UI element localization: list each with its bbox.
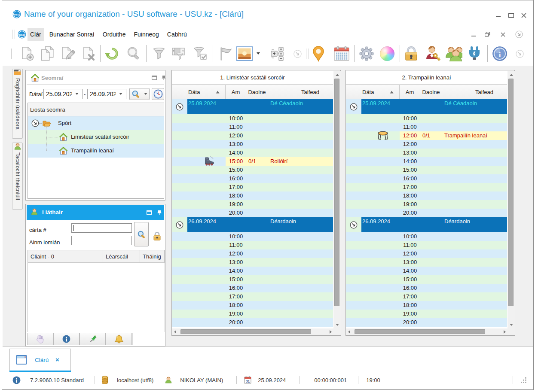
schedule-time-row[interactable]: 18:00: [172, 191, 333, 200]
horizontal-scrollbar[interactable]: [172, 328, 333, 335]
menu-item-cabhr-[interactable]: Cabhrú: [165, 28, 190, 41]
schedule-time-row[interactable]: 15:00: [172, 166, 333, 174]
refresh-button[interactable]: [102, 42, 122, 65]
menu-item-bunachar-sonra-[interactable]: Bunachar Sonraí: [47, 28, 97, 41]
window-minimize-button[interactable]: [494, 11, 503, 20]
schedule-time-row[interactable]: 11:00: [346, 241, 507, 249]
new-record-button[interactable]: [17, 42, 37, 65]
expander-icon[interactable]: [31, 119, 39, 127]
schedule-time-row[interactable]: 10:00: [172, 232, 333, 241]
search-button[interactable]: [123, 42, 143, 65]
client-info-button[interactable]: [53, 333, 79, 345]
flag-button[interactable]: [216, 42, 235, 65]
schedule-time-row[interactable]: 18:00: [172, 301, 333, 310]
column-header-taifead[interactable]: Taifead: [268, 85, 333, 99]
schedule-time-row[interactable]: 15:00: [346, 275, 507, 284]
schedule-time-row[interactable]: 19:00: [346, 310, 507, 318]
schedule-time-row[interactable]: 13:00: [172, 258, 333, 267]
schedule-time-row[interactable]: 16:00: [172, 174, 333, 183]
image-button[interactable]: [235, 42, 254, 65]
card-number-input[interactable]: [71, 223, 132, 233]
plugin-button[interactable]: [465, 42, 484, 65]
sidebar-tab-user-menu[interactable]: Roghchlár úsáideora: [12, 69, 23, 139]
toolbar-overflow-1-button[interactable]: [293, 42, 302, 65]
scroll-up-button[interactable]: [333, 72, 341, 78]
time-button[interactable]: [152, 88, 164, 100]
schedule-time-row[interactable]: 12:00: [172, 131, 333, 140]
schedule-time-row[interactable]: 20:00: [172, 318, 333, 327]
schedule-date-row[interactable]: 25.09.2024Dé Céadaoin: [172, 99, 333, 114]
column-header-data[interactable]: Dáta: [172, 85, 226, 99]
column-header-am[interactable]: Am: [400, 85, 420, 99]
horizontal-scrollbar[interactable]: [346, 328, 507, 335]
drag-hand-button[interactable]: [27, 333, 53, 345]
schedule-time-row[interactable]: 13:00: [346, 149, 507, 157]
delete-record-button[interactable]: [79, 42, 98, 65]
padlock-icon[interactable]: [153, 231, 162, 241]
filter-columns-button[interactable]: [168, 42, 188, 65]
schedule-time-row[interactable]: 10:00: [172, 114, 333, 123]
schedule-time-row[interactable]: 20:00: [346, 318, 507, 327]
full-name-input[interactable]: [71, 236, 132, 245]
tree-row-sp-rt[interactable]: Spórt: [28, 116, 164, 130]
menu-item-fuinneog[interactable]: Fuinneog: [131, 28, 161, 41]
about-button[interactable]: i: [490, 42, 510, 65]
clients-table-body[interactable]: [28, 263, 165, 332]
scroll-right-button[interactable]: [501, 328, 507, 335]
image-dropdown-button[interactable]: [255, 42, 261, 65]
bottom-tab-claru[interactable]: Clárú ×: [9, 349, 71, 372]
scroll-down-button[interactable]: [507, 322, 515, 328]
column-header-daoine[interactable]: Daoine: [246, 85, 268, 99]
column-header-data[interactable]: Dáta: [346, 85, 400, 99]
clients-column-header[interactable]: Léarscáil: [103, 250, 140, 262]
schedule-time-row[interactable]: 10:00: [346, 114, 507, 123]
collapse-day-icon[interactable]: [176, 221, 183, 229]
schedule-time-row[interactable]: 12:00: [172, 249, 333, 258]
scroll-left-button[interactable]: [346, 328, 352, 335]
vertical-scroll-thumb[interactable]: [334, 79, 339, 306]
rooms-pin-button[interactable]: [160, 74, 168, 81]
child-close-button[interactable]: [498, 30, 507, 39]
schedule-date-row[interactable]: 26.09.2024Déardaoin: [346, 217, 507, 232]
schedule-time-row[interactable]: 14:00: [172, 149, 333, 157]
schedule-time-row[interactable]: 16:00: [172, 284, 333, 292]
clients-column-header[interactable]: Tháinig: [140, 250, 165, 262]
resize-grip-icon[interactable]: [520, 377, 527, 383]
schedule-time-row[interactable]: 17:00: [172, 292, 333, 301]
present-pin-button[interactable]: [156, 209, 163, 216]
notify-button[interactable]: [106, 333, 132, 345]
vertical-scroll-thumb[interactable]: [508, 79, 514, 306]
collapse-day-icon[interactable]: [350, 103, 358, 111]
schedule-time-row[interactable]: 20:00: [172, 209, 333, 217]
user-group-button[interactable]: [444, 42, 464, 65]
schedule-time-row[interactable]: 18:00: [346, 301, 507, 310]
schedule-time-row[interactable]: 11:00: [346, 123, 507, 131]
date-from-combobox[interactable]: 25.09.2024: [43, 89, 83, 99]
client-search-button[interactable]: [134, 222, 149, 246]
rooms-list-header[interactable]: Liosta seomra: [28, 103, 164, 116]
schedule-time-row[interactable]: 10:00: [346, 232, 507, 241]
schedule-time-row[interactable]: 14:00: [346, 157, 507, 166]
horizontal-scroll-thumb[interactable]: [180, 329, 311, 334]
filter-check-button[interactable]: [190, 42, 210, 65]
scroll-right-button[interactable]: [327, 328, 333, 335]
date-to-combobox[interactable]: 26.09.2024: [87, 89, 126, 99]
present-maximize-button[interactable]: [145, 209, 153, 216]
collapse-day-icon[interactable]: [350, 221, 358, 229]
schedule-time-row[interactable]: 19:00: [346, 200, 507, 209]
menu-grip[interactable]: [12, 30, 15, 39]
schedule-time-row[interactable]: 19:00: [172, 200, 333, 209]
date-search-button[interactable]: [129, 88, 142, 100]
date-search-dropdown[interactable]: [142, 88, 150, 100]
location-button[interactable]: [309, 42, 328, 65]
toolbar-overflow-2-button[interactable]: [515, 42, 524, 65]
schedule-time-row[interactable]: 17:00: [346, 292, 507, 301]
calendar-button[interactable]: [332, 42, 352, 65]
copy-record-button[interactable]: [37, 42, 57, 65]
column-header-daoine[interactable]: Daoine: [420, 85, 442, 99]
settings-button[interactable]: [357, 42, 376, 65]
menu-collapse-button[interactable]: [514, 30, 524, 39]
schedule-booking-row[interactable]: 12:000/1Trampailín leanaí: [346, 131, 507, 140]
pin-client-button[interactable]: [79, 333, 106, 345]
schedule-time-row[interactable]: 13:00: [172, 140, 333, 149]
